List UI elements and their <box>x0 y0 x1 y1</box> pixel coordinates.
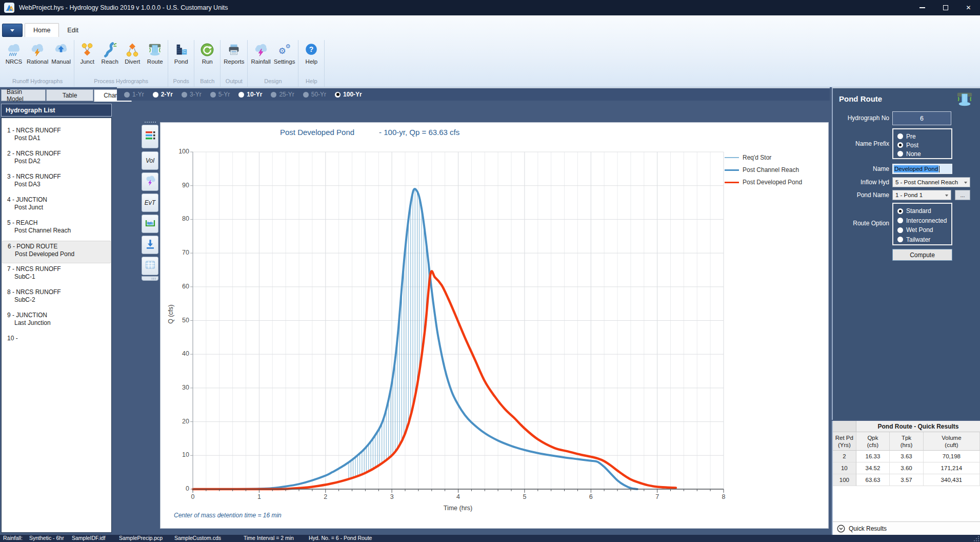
quick-results-cell: 3.63 <box>890 451 924 462</box>
name-prefix-radio-pre[interactable]: Pre <box>897 132 951 141</box>
tool-button-evt[interactable]: EvT <box>142 193 158 212</box>
view-tabs: Basin ModelTableCharts <box>1 89 132 102</box>
ribbon-button-reports[interactable]: Reports <box>222 41 246 77</box>
pond-name-dropdown[interactable]: 1 - Pond 1 <box>892 190 951 200</box>
ribbon-button-manual[interactable]: Manual <box>50 41 72 77</box>
ribbon-button-label: NRCS <box>6 59 23 65</box>
svg-text:?: ? <box>309 45 314 53</box>
hydrograph-item-subtitle: Post DA2 <box>7 158 111 165</box>
tool-button-storm-cloud-purple[interactable] <box>142 172 158 191</box>
status-item: Hyd. No. = 6 - Pond Route <box>309 535 372 542</box>
ribbon-button-run[interactable]: Run <box>196 41 218 77</box>
radio-label: 2-Yr <box>161 91 173 98</box>
minimize-button[interactable] <box>911 0 934 15</box>
quick-results-column-header: Tpk(hrs) <box>890 432 924 451</box>
route-option-radio-interconnected[interactable]: Interconnected <box>897 216 951 226</box>
return-period-radio-1-yr[interactable]: 1-Yr <box>124 91 144 98</box>
application-window: WebProject.hys - Hydrology Studio 2019 v… <box>0 0 980 542</box>
pond-dam-icon <box>173 42 189 58</box>
return-period-radio-25-yr[interactable]: 25-Yr <box>271 91 294 98</box>
ribbon-button-label: Junct <box>80 59 94 65</box>
hydrograph-no-field[interactable]: 6 <box>892 111 951 125</box>
name-prefix-radio-none[interactable]: None <box>897 149 951 158</box>
return-period-radio-3-yr[interactable]: 3-Yr <box>182 91 202 98</box>
pond-route-panel: Pond Route Hydrograph No 6 Name Prefix P… <box>832 87 980 420</box>
ribbon-button-rational[interactable]: Rational <box>25 41 50 77</box>
ribbon-button-nrcs[interactable]: NRCS <box>3 41 25 77</box>
name-prefix-group: PrePostNone <box>892 128 952 159</box>
compute-button[interactable]: Compute <box>892 249 952 261</box>
route-option-radio-tailwater[interactable]: Tailwater <box>897 235 951 245</box>
quick-results-cell: 2 <box>833 451 856 462</box>
printer-icon <box>226 42 242 58</box>
y-axis-tick-label: 80 <box>170 215 189 222</box>
return-period-radio-10-yr[interactable]: 10-Yr <box>238 91 262 98</box>
chevron-down-icon <box>10 29 14 32</box>
storm-cloud-purple-icon <box>144 175 156 189</box>
hydrograph-item-title: 9 - JUNCTION <box>7 312 111 319</box>
app-menu-button[interactable] <box>2 24 23 37</box>
text-caret <box>939 166 939 172</box>
ribbon-group-label: Runoff Hydrographs <box>3 77 72 86</box>
hydrograph-list-item-1[interactable]: 1 - NRCS RUNOFFPost DA1 <box>2 125 111 148</box>
return-period-radio-50-yr[interactable]: 50-Yr <box>303 91 326 98</box>
route-option-radio-standard[interactable]: Standard <box>897 206 951 216</box>
hydrograph-list-item-4[interactable]: 4 - JUNCTIONPost Junct <box>2 195 111 217</box>
view-tab-basin-model[interactable]: Basin Model <box>1 89 46 101</box>
name-input[interactable]: Developed Pond <box>892 164 952 174</box>
hydrograph-item-title: 8 - NRCS RUNOFF <box>7 288 111 296</box>
quick-results-corner-cell <box>833 421 856 432</box>
ribbon-button-help[interactable]: ?Help <box>300 41 323 77</box>
divert-icon <box>125 42 140 58</box>
ribbon-button-label: Settings <box>274 59 295 65</box>
ribbon-button-rainfall[interactable]: Rainfall <box>249 41 272 77</box>
radio-icon <box>303 92 309 98</box>
ribbon-button-divert[interactable]: Divert <box>121 41 144 77</box>
resize-grip-icon[interactable] <box>973 535 979 541</box>
radio-icon <box>897 133 903 139</box>
tool-button-basin[interactable] <box>142 215 158 233</box>
ribbon-tab-edit[interactable]: Edit <box>59 23 87 37</box>
hydrograph-list-item-3[interactable]: 3 - NRCS RUNOFFPost DA3 <box>2 171 111 194</box>
ribbon-button-junct[interactable]: Junct <box>76 41 98 77</box>
series-legend-icon <box>144 129 156 144</box>
ribbon-button-route[interactable]: Route <box>144 41 166 77</box>
maximize-button[interactable] <box>934 0 957 15</box>
status-bar: Rainfall:Synthetic - 6hrSampleIDF.idfSam… <box>0 535 980 542</box>
window-title: WebProject.hys - Hydrology Studio 2019 v… <box>19 4 228 11</box>
name-prefix-radio-post[interactable]: Post <box>897 141 951 149</box>
ribbon-button-settings[interactable]: ⚙⚙Settings <box>272 41 297 77</box>
radio-label: Tailwater <box>906 236 930 243</box>
close-button[interactable] <box>957 0 980 15</box>
toolstrip-grip[interactable] <box>144 121 156 123</box>
ribbon-tab-home[interactable]: Home <box>25 23 59 37</box>
route-option-radio-wet-pond[interactable]: Wet Pond <box>897 225 951 235</box>
hydrograph-list-item-9[interactable]: 9 - JUNCTIONLast Junction <box>2 310 111 333</box>
legend-entry: Post Channel Reach <box>725 164 802 176</box>
hydrograph-list-item-2[interactable]: 2 - NRCS RUNOFFPost DA2 <box>2 148 111 171</box>
tool-button-vol[interactable]: Vol <box>142 151 158 170</box>
return-period-radio-100-yr[interactable]: 100-Yr <box>335 91 362 98</box>
toolstrip-collapse-handle[interactable] <box>142 276 158 281</box>
ribbon-button-label: Reach <box>102 59 118 65</box>
ribbon-button-reach[interactable]: Reach <box>98 41 121 77</box>
hydrograph-list-item-8[interactable]: 8 - NRCS RUNOFFSubC-2 <box>2 287 111 309</box>
return-period-radio-5-yr[interactable]: 5-Yr <box>210 91 230 98</box>
tool-button-series-legend[interactable] <box>142 125 158 148</box>
hydrograph-list-item-10[interactable]: 10 - <box>2 333 111 356</box>
storm-cloud-pink-icon <box>253 42 269 58</box>
ribbon-button-pond[interactable]: Pond <box>170 41 192 77</box>
y-axis-tick-label: 70 <box>170 249 189 256</box>
tool-button-down-arrow[interactable] <box>142 236 158 254</box>
return-period-radio-2-yr[interactable]: 2-Yr <box>153 91 173 98</box>
pond-browse-button[interactable]: ... <box>955 190 970 200</box>
quick-results-collapse-bar[interactable]: Quick Results <box>833 521 980 535</box>
hydrograph-list-item-7[interactable]: 7 - NRCS RUNOFFSubC-1 <box>2 264 111 286</box>
view-tab-table[interactable]: Table <box>46 89 93 101</box>
ribbon-button-label: Pond <box>174 59 188 65</box>
inflow-hyd-dropdown[interactable]: 5 - Post Channel Reach <box>892 177 970 187</box>
hydrograph-list-item-6[interactable]: 6 - POND ROUTEPost Developed Pond <box>2 241 111 263</box>
hydrograph-list-item-5[interactable]: 5 - REACHPost Channel Reach <box>2 218 111 240</box>
tool-button-table-grid[interactable] <box>142 257 158 275</box>
radio-icon <box>124 92 130 98</box>
